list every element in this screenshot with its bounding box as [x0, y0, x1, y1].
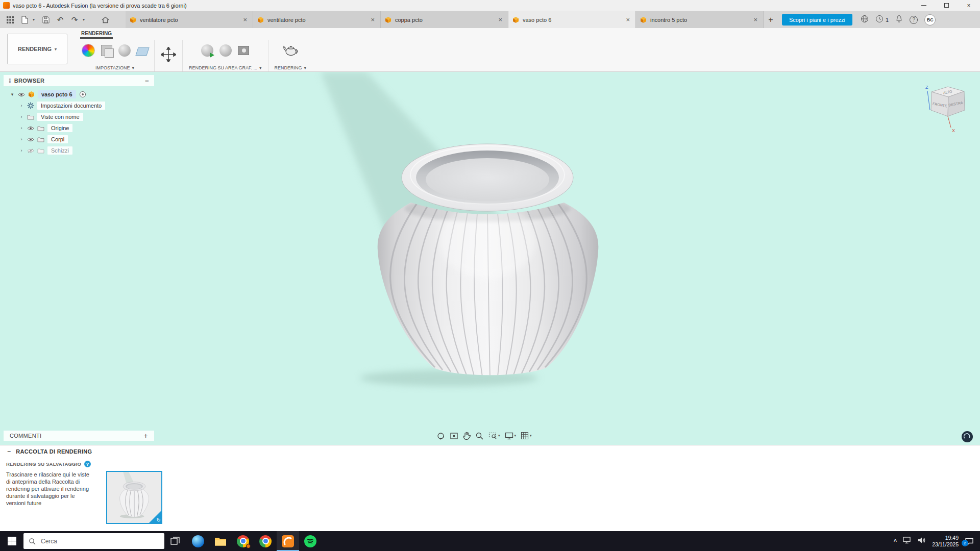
tray-clock[interactable]: 19:49 23/11/2025 — [932, 535, 959, 548]
tab-close-icon[interactable]: × — [497, 16, 504, 23]
workspace-selector[interactable]: RENDERING ▾ — [7, 34, 67, 64]
ribbon-tab-rendering[interactable]: RENDERING — [80, 29, 113, 39]
chrome-icon-2[interactable] — [254, 531, 277, 551]
tab-close-icon[interactable]: × — [752, 16, 759, 23]
file-explorer-icon[interactable] — [209, 531, 232, 551]
visibility-eye-icon[interactable] — [27, 137, 34, 142]
tab-ventilatore-pcto-1[interactable]: ventilatore pcto × — [126, 11, 253, 28]
minimize-button[interactable] — [913, 0, 935, 11]
activate-component-radio-icon[interactable] — [79, 91, 86, 98]
look-at-icon[interactable] — [450, 432, 458, 440]
browser-root-label[interactable]: vaso pcto 6 — [38, 90, 76, 98]
notification-bell-icon[interactable] — [895, 15, 903, 25]
tab-incontro-5-pcto[interactable]: incontro 5 pcto × — [636, 11, 764, 28]
group-label-rendering[interactable]: RENDERING ▾ — [275, 65, 307, 71]
appearance-color-wheel-icon[interactable] — [82, 44, 95, 57]
assistant-bubble-icon[interactable] — [962, 431, 973, 442]
expand-chevron-icon[interactable]: › — [19, 148, 24, 153]
tab-close-icon[interactable]: × — [241, 16, 249, 23]
new-tab-button[interactable]: + — [764, 11, 778, 28]
search-input[interactable] — [40, 537, 147, 545]
browser-item-label[interactable]: Origine — [47, 124, 72, 132]
orbit-icon[interactable] — [436, 432, 445, 440]
group-label-impostazione[interactable]: IMPOSTAZIONE ▾ — [95, 65, 134, 71]
tray-chevron-up-icon[interactable]: ^ — [894, 538, 897, 544]
redo-icon[interactable]: ↷ — [68, 13, 81, 27]
fusion-taskbar-icon[interactable] — [277, 531, 299, 551]
visibility-eye-icon[interactable] — [27, 126, 34, 131]
browser-collapse-button[interactable]: − — [145, 77, 149, 85]
home-icon[interactable] — [99, 13, 111, 27]
browser-row-bodies[interactable]: › Corpi — [4, 134, 154, 144]
undo-icon[interactable]: ↶ — [54, 13, 66, 27]
grid-caret-icon[interactable]: ▾ — [530, 434, 532, 438]
expand-caret-icon[interactable]: ▾ — [10, 92, 15, 97]
pan-icon[interactable] — [463, 432, 471, 440]
zoom-window-icon[interactable]: ▾ — [488, 432, 500, 440]
task-view-button[interactable] — [164, 531, 187, 551]
zoom-window-caret-icon[interactable]: ▾ — [498, 434, 500, 438]
move-tool-icon[interactable] — [161, 47, 176, 64]
user-avatar[interactable]: BC — [924, 14, 936, 26]
group-label-in-canvas[interactable]: RENDERING SU AREA GRAF. ... ▾ — [189, 65, 262, 71]
volume-icon[interactable] — [918, 537, 926, 546]
taskbar-search[interactable] — [23, 533, 164, 549]
expand-chevron-icon[interactable]: › — [19, 126, 24, 131]
viewcube[interactable]: Z ALTO FRONTE DESTRA X — [921, 81, 972, 137]
expand-chevron-icon[interactable]: › — [19, 114, 24, 119]
help-icon[interactable]: ? — [910, 16, 918, 24]
in-canvas-render-icon[interactable] — [201, 44, 213, 57]
app-grid-icon[interactable] — [4, 13, 16, 27]
start-button[interactable] — [0, 531, 23, 551]
maximize-button[interactable] — [935, 0, 958, 11]
visibility-eye-icon[interactable] — [18, 92, 25, 97]
browser-item-label[interactable]: Impostazioni documento — [37, 102, 105, 110]
browser-row-named-views[interactable]: › Viste con nome — [4, 112, 154, 122]
browser-header[interactable]: ⁞⁞ BROWSER − — [4, 75, 154, 86]
decal-icon[interactable] — [135, 47, 149, 56]
tab-close-icon[interactable]: × — [369, 16, 376, 23]
render-thumbnail[interactable]: ↻ — [106, 471, 162, 524]
collapse-panel-button[interactable]: − — [7, 448, 11, 455]
web-globe-icon[interactable] — [861, 15, 869, 25]
spotify-icon[interactable] — [299, 531, 322, 551]
comments-bar[interactable]: COMMENTI + — [4, 431, 154, 441]
browser-row-sketches[interactable]: › Schizzi — [4, 145, 154, 156]
action-center-button[interactable]: 2 — [965, 537, 974, 545]
render-teapot-icon[interactable] — [282, 42, 299, 59]
tab-ventilatore-pcto-2[interactable]: ventilatore pcto × — [253, 11, 381, 28]
display-settings-icon[interactable]: ▾ — [505, 432, 517, 440]
texture-map-icon[interactable] — [118, 44, 131, 57]
grid-layout-icon[interactable]: ▾ — [521, 432, 532, 440]
help-badge-icon[interactable]: ? — [84, 461, 91, 467]
edge-icon[interactable] — [187, 531, 209, 551]
add-comment-button[interactable]: + — [144, 432, 148, 440]
network-icon[interactable] — [903, 537, 912, 546]
capture-image-icon[interactable] — [238, 46, 249, 55]
in-canvas-render-settings-icon[interactable] — [219, 44, 232, 57]
zoom-icon[interactable] — [475, 432, 484, 440]
browser-item-label[interactable]: Schizzi — [47, 146, 72, 155]
browser-root-row[interactable]: ▾ vaso pcto 6 — [4, 89, 154, 99]
tab-vaso-pcto-6[interactable]: vaso pcto 6 × — [508, 11, 636, 28]
upgrade-button[interactable]: Scopri i piani e i prezzi — [782, 14, 852, 26]
display-settings-caret-icon[interactable]: ▾ — [514, 434, 517, 438]
browser-item-label[interactable]: Viste con nome — [37, 113, 83, 121]
chrome-icon[interactable] — [232, 531, 254, 551]
trial-clock-icon[interactable] — [875, 15, 884, 25]
browser-row-document-settings[interactable]: › Impostazioni documento — [4, 101, 154, 111]
scene-settings-icon[interactable] — [101, 45, 112, 56]
render-gallery-header[interactable]: − RACCOLTA DI RENDERING — [0, 445, 980, 458]
file-menu-caret-icon[interactable]: ▾ — [33, 17, 38, 22]
expand-chevron-icon[interactable]: › — [19, 137, 24, 142]
file-menu-icon[interactable] — [18, 13, 31, 27]
history-caret-icon[interactable]: ▾ — [83, 17, 88, 22]
viewport-3d[interactable]: Z ALTO FRONTE DESTRA X ⁞⁞ BROWSER − ▾ va… — [0, 72, 980, 445]
browser-row-origin[interactable]: › Origine — [4, 123, 154, 133]
tab-close-icon[interactable]: × — [624, 16, 631, 23]
visibility-eye-off-icon[interactable] — [27, 148, 34, 153]
tab-coppa-pcto[interactable]: coppa pcto × — [381, 11, 508, 28]
browser-item-label[interactable]: Corpi — [47, 135, 68, 143]
close-button[interactable]: × — [958, 0, 980, 11]
save-icon[interactable] — [40, 13, 52, 27]
